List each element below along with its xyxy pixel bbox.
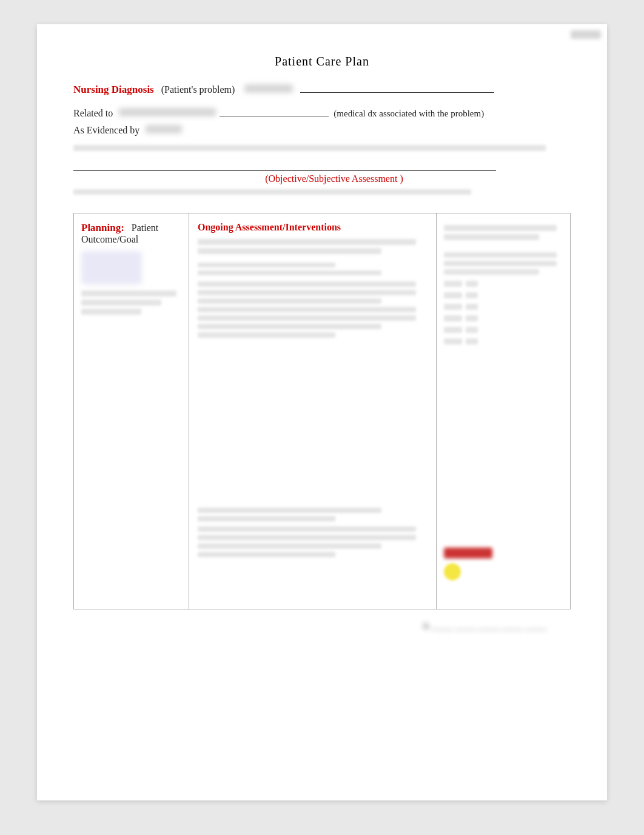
middle-bottom-entry-line-3: [198, 543, 381, 549]
middle-bottom-line-2: [198, 516, 335, 521]
middle-bottom-line-1: [198, 508, 381, 513]
right-line-5: [444, 269, 539, 275]
right-entry-1: [444, 281, 563, 287]
sidebar-image-blurred: [81, 251, 142, 284]
right-line-1: [444, 225, 557, 231]
right-section-2: [444, 252, 563, 275]
right-entry-2: [444, 292, 563, 298]
middle-line-5: [198, 281, 416, 287]
middle-bottom-entry: [198, 526, 428, 557]
initials-1: [466, 281, 478, 287]
as-evidenced-underline-field[interactable]: [73, 158, 496, 171]
middle-bottom-entry-line-4: [198, 552, 335, 557]
planning-section: Planning: Patient Outcome/Goal Ongoing A…: [73, 213, 571, 609]
left-blurred-line-3: [81, 309, 141, 315]
time-3: [444, 304, 462, 310]
time-1: [444, 281, 462, 287]
yellow-highlight-circle: [444, 563, 461, 580]
interventions-label: Ongoing Assessment/Interventions: [198, 222, 428, 233]
highlight-red-bar: [444, 548, 492, 558]
middle-section-3: [198, 281, 428, 338]
right-entry-5: [444, 327, 563, 333]
below-objective-blurred: [73, 189, 571, 195]
nursing-diagnosis-label: Nursing Diagnosis: [73, 84, 154, 96]
time-6: [444, 338, 462, 344]
right-entry-4: [444, 315, 563, 321]
middle-line-1: [198, 239, 416, 245]
time-4: [444, 315, 462, 321]
nursing-diagnosis-paren: (Patient's problem): [161, 84, 235, 95]
planning-label: Planning:: [81, 222, 124, 233]
middle-line-7: [198, 298, 381, 304]
below-objective-line: [73, 189, 471, 195]
planning-header: Planning: Patient Outcome/Goal: [81, 222, 181, 245]
middle-line-11: [198, 332, 335, 338]
middle-bottom-section: [198, 508, 428, 557]
initials-2: [466, 292, 478, 298]
middle-line-4: [198, 270, 381, 275]
middle-line-8: [198, 307, 416, 312]
right-entry-6: [444, 338, 563, 344]
top-right-decoration: [571, 30, 601, 39]
related-to-field[interactable]: [220, 104, 329, 116]
related-to-blurred-value: [119, 108, 216, 116]
right-entry-3: [444, 304, 563, 310]
middle-line-10: [198, 324, 381, 329]
right-line-4: [444, 261, 557, 266]
planning-right-column: [437, 213, 570, 609]
patient-care-plan-page: Patient Care Plan Nursing Diagnosis (Pat…: [37, 24, 607, 800]
middle-line-9: [198, 315, 416, 321]
right-line-2: [444, 234, 539, 240]
left-blurred-line-2: [81, 300, 161, 306]
as-evidenced-row: As Evidenced by (Objective/Subjective As…: [73, 125, 571, 195]
as-evidenced-line-1: [73, 145, 546, 151]
initials-6: [466, 338, 478, 344]
related-to-label: Related to: [73, 108, 113, 119]
left-blurred-line-1: [81, 290, 176, 297]
middle-bottom-entry-line-2: [198, 535, 416, 540]
bottom-signature: & _____ _____ _____ _____ _____: [73, 622, 571, 631]
initials-4: [466, 315, 478, 321]
middle-line-6: [198, 290, 416, 295]
yellow-annotation-row: [444, 563, 563, 600]
as-evidenced-blurred-row: [73, 142, 571, 154]
initials-5: [466, 327, 478, 333]
middle-line-3: [198, 263, 335, 267]
initials-3: [466, 304, 478, 310]
right-line-3: [444, 252, 557, 258]
right-bottom-section: [444, 548, 563, 600]
middle-bottom-entry-line-1: [198, 526, 416, 532]
middle-section-2: [198, 263, 428, 275]
as-evidenced-underline: [73, 158, 571, 171]
as-evidenced-label: As Evidenced by: [73, 125, 139, 136]
related-to-paren: (medical dx associated with the problem): [334, 109, 484, 119]
objective-text: (Objective/Subjective Assessment ): [98, 173, 571, 184]
nursing-diagnosis-blurred-name: [244, 84, 293, 93]
nursing-diagnosis-field[interactable]: [300, 81, 494, 93]
time-2: [444, 292, 462, 298]
nursing-diagnosis-row: Nursing Diagnosis (Patient's problem): [73, 81, 571, 96]
time-5: [444, 327, 462, 333]
right-top-content: [444, 225, 563, 240]
page-title: Patient Care Plan: [73, 55, 571, 69]
middle-line-2: [198, 248, 381, 254]
as-evidenced-blurred-1: [146, 125, 182, 133]
as-evidenced-label-row: As Evidenced by: [73, 125, 571, 136]
planning-middle-column: Ongoing Assessment/Interventions: [189, 213, 437, 609]
planning-left-column: Planning: Patient Outcome/Goal: [74, 213, 189, 609]
related-to-row: Related to (medical dx associated with t…: [73, 104, 571, 119]
right-time-entries: [444, 281, 563, 347]
